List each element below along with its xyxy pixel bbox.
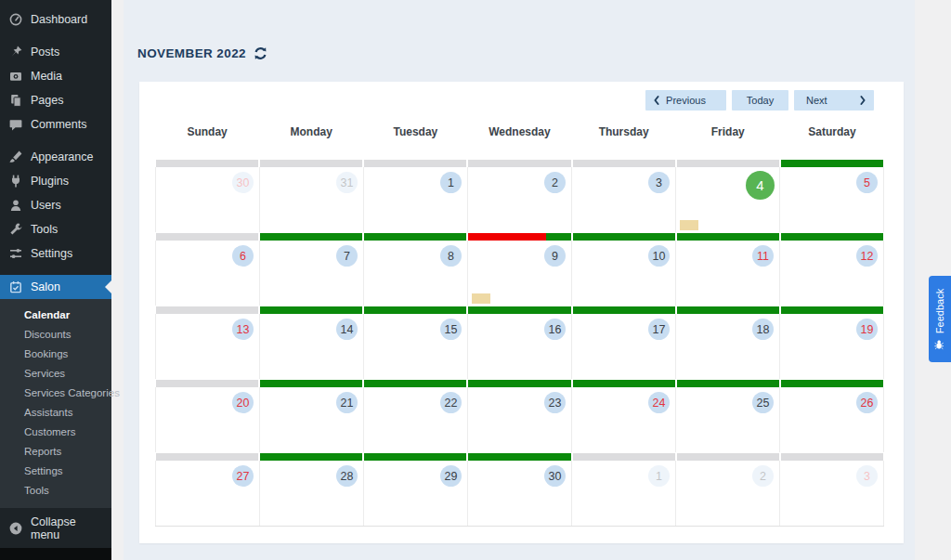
submenu-item-assistants[interactable]: Assistants (0, 403, 111, 423)
calendar-day-cell[interactable]: 24 (572, 387, 676, 452)
calendar-day-cell[interactable]: 13 (155, 314, 260, 379)
sidebar-item-posts[interactable]: Posts (0, 40, 111, 64)
calendar-day-cell[interactable]: 31 (260, 167, 364, 232)
calendar-day-cell[interactable]: 9 (468, 241, 572, 306)
calendar-day-cell[interactable]: 19 (780, 314, 884, 379)
day-number: 8 (440, 245, 462, 267)
sidebar-item-settings[interactable]: Settings (0, 241, 111, 266)
collapse-menu-button[interactable]: Collapse menu (0, 516, 111, 540)
sidebar-item-appearance[interactable]: Appearance (0, 145, 111, 169)
calendar-day-cell[interactable]: 29 (364, 461, 468, 526)
calendar-day-cell[interactable]: 17 (572, 314, 676, 379)
sidebar-item-pages[interactable]: Pages (0, 88, 111, 112)
day-number: 16 (544, 319, 566, 340)
calendar-day-cell[interactable]: 28 (260, 461, 364, 526)
submenu-item-customers[interactable]: Customers (0, 423, 111, 442)
calendar-day-cell[interactable]: 2 (468, 167, 572, 232)
previous-button-label: Previous (666, 95, 706, 106)
sidebar-item-comments[interactable]: Comments (0, 112, 111, 137)
submenu-item-settings[interactable]: Settings (0, 462, 111, 481)
availability-strip (156, 233, 258, 241)
calendar-day-cell[interactable]: 1 (364, 167, 468, 232)
next-button[interactable]: Next (794, 90, 874, 111)
day-number: 21 (336, 392, 358, 413)
calendar-day-cell[interactable]: 25 (676, 387, 780, 452)
calendar-day-cell[interactable]: 15 (364, 314, 468, 379)
today-day-number: 4 (746, 171, 775, 200)
day-number: 22 (440, 392, 462, 413)
calendar-day-cell[interactable]: 21 (260, 387, 364, 452)
calendar-day-cell[interactable]: 27 (155, 461, 260, 526)
salon-calendar-screen: Dashboard Posts Media Pages Comments (0, 0, 951, 560)
calendar-day-cell[interactable]: 22 (364, 387, 468, 452)
calendar-day-cell[interactable]: 30 (155, 167, 260, 232)
weekday-label: Saturday (780, 125, 884, 138)
calendar-day-cell[interactable]: 5 (780, 167, 884, 232)
settings-icon (7, 246, 23, 262)
sidebar-item-tools[interactable]: Tools (0, 217, 111, 241)
availability-strip-row (155, 160, 884, 167)
day-number: 26 (856, 392, 878, 413)
calendar-day-cell[interactable]: 3 (572, 167, 676, 232)
calendar-day-cell[interactable]: 10 (572, 241, 676, 306)
sidebar-item-media[interactable]: Media (0, 64, 111, 88)
calendar-day-cell[interactable]: 14 (260, 314, 364, 379)
salon-submenu: Calendar Discounts Bookings Services Ser… (0, 299, 111, 508)
calendar-day-cell[interactable]: 6 (155, 241, 260, 306)
calendar-day-cell[interactable]: 3 (780, 461, 884, 526)
comment-icon (7, 117, 23, 133)
day-number: 25 (752, 392, 774, 413)
calendar-day-cell[interactable]: 16 (468, 314, 572, 379)
submenu-item-calendar[interactable]: Calendar (0, 306, 111, 325)
calendar-day-cell[interactable]: 26 (780, 387, 884, 452)
calendar-day-cell[interactable]: 7 (260, 241, 364, 306)
calendar-day-cell[interactable]: 18 (676, 314, 780, 379)
feedback-button[interactable]: Feedback (929, 276, 951, 362)
sidebar-item-label: Salon (31, 280, 60, 293)
day-number: 12 (856, 245, 878, 267)
calendar-week-row: 27282930123 (155, 461, 884, 527)
availability-strip (260, 160, 362, 167)
calendar-day-cell[interactable]: 4 (676, 167, 780, 232)
calendar-day-cell[interactable]: 20 (155, 387, 260, 452)
calendar-day-cell[interactable]: 23 (468, 387, 572, 452)
submenu-item-services[interactable]: Services (0, 364, 111, 384)
sidebar-item-salon[interactable]: Salon (0, 275, 111, 299)
availability-strip (573, 306, 675, 314)
weekday-label: Monday (259, 125, 363, 138)
today-button-label: Today (747, 95, 774, 106)
today-button[interactable]: Today (732, 90, 788, 111)
day-number: 6 (232, 245, 254, 267)
plugin-icon (7, 174, 23, 189)
calendar-day-cell[interactable]: 30 (468, 461, 572, 526)
day-number: 29 (440, 465, 462, 487)
sidebar-item-plugins[interactable]: Plugins (0, 169, 111, 193)
submenu-item-tools[interactable]: Tools (0, 481, 111, 501)
day-number: 20 (232, 392, 254, 413)
day-number: 11 (752, 245, 774, 267)
calendar-day-cell[interactable]: 2 (676, 461, 780, 526)
previous-button[interactable]: Previous (645, 90, 726, 111)
dashboard-icon (7, 12, 23, 28)
weekday-label: Thursday (572, 125, 676, 138)
availability-strip (781, 233, 883, 241)
availability-strip (468, 306, 570, 314)
availability-strip (156, 453, 258, 461)
weekday-label: Wednesday (467, 125, 571, 138)
calendar-day-cell[interactable]: 8 (364, 241, 468, 306)
weekday-label: Tuesday (363, 125, 467, 138)
submenu-item-reports[interactable]: Reports (0, 442, 111, 462)
submenu-item-discounts[interactable]: Discounts (0, 325, 111, 345)
availability-strip-row (155, 306, 884, 314)
next-button-label: Next (806, 95, 827, 106)
availability-strip (260, 233, 362, 241)
sidebar-item-users[interactable]: Users (0, 193, 111, 217)
submenu-item-bookings[interactable]: Bookings (0, 345, 111, 364)
calendar-day-cell[interactable]: 11 (676, 241, 780, 306)
sidebar-item-dashboard[interactable]: Dashboard (0, 7, 111, 32)
day-number: 18 (752, 319, 774, 340)
refresh-icon[interactable] (253, 46, 268, 61)
submenu-item-services-categories[interactable]: Services Categories (0, 384, 111, 403)
calendar-day-cell[interactable]: 1 (572, 461, 676, 526)
calendar-day-cell[interactable]: 12 (780, 241, 884, 306)
